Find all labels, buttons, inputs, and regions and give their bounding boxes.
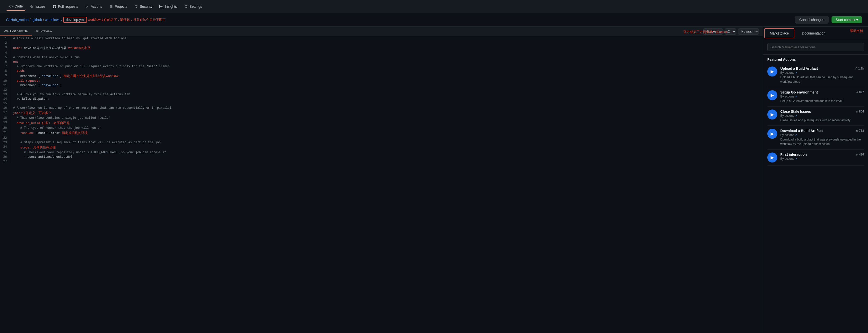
action-icon: ▶ <box>767 110 777 120</box>
line-number: 1 <box>0 36 10 41</box>
list-item[interactable]: ▶ Download a Build Artifact ☆ 753 By act… <box>767 126 864 150</box>
table-row: 8 push: <box>0 69 763 73</box>
breadcrumb: GitHub_Action / .github / workflows / de… <box>6 17 166 23</box>
action-icon: ▶ <box>767 90 777 100</box>
list-item[interactable]: ▶ Setup Go environment ☆ 897 By actions … <box>767 87 864 107</box>
action-desc: Close issues and pull requests with no r… <box>780 118 864 122</box>
line-content[interactable]: - uses: actions/checkout@v3 <box>10 155 763 159</box>
line-content[interactable]: pull_request: <box>10 79 763 83</box>
line-content[interactable]: workflow_dispatch: <box>10 97 763 101</box>
nav-pull-requests[interactable]: Pull requests <box>50 2 81 10</box>
editor-panel: </> Edit new file 👁 Preview Spaces 2 No … <box>0 27 763 333</box>
line-content[interactable]: # Controls when the workflow will run <box>10 55 763 60</box>
actions-icon: ▷ <box>85 4 89 8</box>
action-info: Upload a Build Artifact ☆ 1.9k By action… <box>780 66 864 84</box>
table-row: 15 <box>0 101 763 106</box>
line-content[interactable]: # This workflow contains a single job ca… <box>10 116 763 120</box>
table-row: 22 <box>0 136 763 140</box>
verified-badge: ✓ <box>795 95 798 98</box>
line-content[interactable]: jobs:任务定义，可以多个 <box>10 110 763 116</box>
tab-preview[interactable]: 👁 Preview <box>32 27 56 36</box>
line-content[interactable]: # This is a basic workflow to help you g… <box>10 36 763 41</box>
right-arrow-icon: → <box>729 29 733 34</box>
line-number: 21 <box>0 130 10 136</box>
annotation-help-docs: 帮助文档 <box>850 29 863 33</box>
breadcrumb-repo[interactable]: GitHub_Action <box>6 18 29 22</box>
breadcrumb-filename: develop.yml <box>63 17 87 23</box>
tab-marketplace[interactable]: Marketplace <box>764 28 794 38</box>
nav-security[interactable]: 🛡 Security <box>131 2 155 10</box>
nav-projects[interactable]: ⊞ Projects <box>106 2 130 10</box>
nav-settings[interactable]: ⚙ Settings <box>181 2 205 10</box>
line-content[interactable] <box>10 136 763 140</box>
table-row: 27 <box>0 159 763 164</box>
line-content[interactable]: # Checks-out your repository under $GITH… <box>10 150 763 155</box>
nav-actions[interactable]: ▷ Actions <box>82 2 105 10</box>
line-content[interactable] <box>10 51 763 55</box>
line-number: 2 <box>0 41 10 45</box>
line-number: 5 <box>0 55 10 60</box>
action-icon: ▶ <box>767 129 777 139</box>
table-row: 7 # Triggers the workflow on push or pul… <box>0 64 763 69</box>
star-icon: ☆ <box>856 129 859 132</box>
table-row: 23 # Steps represent a sequence of tasks… <box>0 140 763 145</box>
line-content[interactable]: # Allows you to run this workflow manual… <box>10 92 763 97</box>
line-content[interactable]: branches: [ "develop" ] 指定在哪个分支提交时触发该wor… <box>10 73 763 79</box>
breadcrumb-workflows[interactable]: workflows <box>45 18 60 22</box>
code-table: 1# This is a basic workflow to help you … <box>0 36 763 164</box>
line-content[interactable]: # The type of runner that the job will r… <box>10 126 763 130</box>
table-row: 10 pull_request: <box>0 79 763 83</box>
line-content[interactable] <box>10 41 763 45</box>
code-editor[interactable]: 1# This is a basic workflow to help you … <box>0 36 763 333</box>
nav-issues[interactable]: ⊙ Issues <box>27 2 48 10</box>
marketplace-search-input[interactable] <box>767 43 864 51</box>
list-item[interactable]: ▶ Upload a Build Artifact ☆ 1.9k By acti… <box>767 63 864 87</box>
action-icon: ▶ <box>767 152 777 162</box>
line-number: 26 <box>0 155 10 159</box>
list-item[interactable]: ▶ Close Stale Issues ☆ 804 By actions ✓ … <box>767 107 864 126</box>
annotation-official-actions: 官方或第三方提供的一些action → <box>683 29 733 34</box>
marketplace-search <box>763 40 868 55</box>
table-row: 3name: develop分支提交代码自动部署 workflow的名字 <box>0 45 763 51</box>
line-content[interactable] <box>10 159 763 164</box>
top-navigation: </> Code ⊙ Issues Pull requests ▷ Action… <box>0 0 868 13</box>
action-desc: Setup a Go environment and add it to the… <box>780 99 864 103</box>
start-commit-button[interactable]: Start commit ▾ <box>832 16 862 23</box>
list-item[interactable]: ▶ First interaction ☆ 496 By actions ✓ <box>767 150 864 166</box>
line-content[interactable]: push: <box>10 69 763 73</box>
nav-code[interactable]: </> Code <box>6 2 26 11</box>
line-content[interactable] <box>10 101 763 106</box>
marketplace-tabs-container: Marketplace Documentation 帮助文档 官方或第三方提供的… <box>763 27 868 40</box>
nav-insights[interactable]: Insights <box>156 2 180 10</box>
line-number: 18 <box>0 116 10 120</box>
line-content[interactable]: branches: [ "develop" ] <box>10 83 763 88</box>
tab-edit-new-file[interactable]: </> Edit new file <box>0 27 32 36</box>
line-number: 23 <box>0 140 10 145</box>
action-by: By actions ✓ <box>780 95 864 98</box>
line-number: 3 <box>0 45 10 51</box>
line-content[interactable]: name: develop分支提交代码自动部署 workflow的名字 <box>10 45 763 51</box>
action-name: Download a Build Artifact ☆ 753 <box>780 129 864 133</box>
action-list: ▶ Upload a Build Artifact ☆ 1.9k By acti… <box>763 63 868 333</box>
line-content[interactable]: develop_build:任务1，名字自己起 <box>10 120 763 126</box>
breadcrumb-github[interactable]: .github <box>31 18 42 22</box>
line-content[interactable]: steps: 具体的任务步骤 <box>10 145 763 150</box>
line-content[interactable]: # Triggers the workflow on push or pull … <box>10 64 763 69</box>
line-number: 24 <box>0 145 10 150</box>
line-content[interactable] <box>10 88 763 92</box>
action-name: First interaction ☆ 496 <box>780 152 864 156</box>
line-content[interactable]: # A workflow run is made up of one or mo… <box>10 106 763 110</box>
action-stars: ☆ 897 <box>856 91 864 94</box>
code-icon: </> <box>9 4 13 8</box>
tab-documentation[interactable]: Documentation <box>796 28 831 38</box>
line-content[interactable]: # Steps represent a sequence of tasks th… <box>10 140 763 145</box>
action-by: By actions ✓ <box>780 71 864 74</box>
line-content[interactable]: on: <box>10 60 763 64</box>
line-content[interactable]: runs-on: ubuntu-latest 指定虚拟机的环境 <box>10 130 763 136</box>
table-row: 1# This is a basic workflow to help you … <box>0 36 763 41</box>
wrap-select[interactable]: No wrap <box>738 28 759 35</box>
line-number: 27 <box>0 159 10 164</box>
line-number: 8 <box>0 69 10 73</box>
cancel-changes-button[interactable]: Cancel changes <box>795 16 829 24</box>
breadcrumb-actions: Cancel changes Start commit ▾ <box>795 16 862 24</box>
